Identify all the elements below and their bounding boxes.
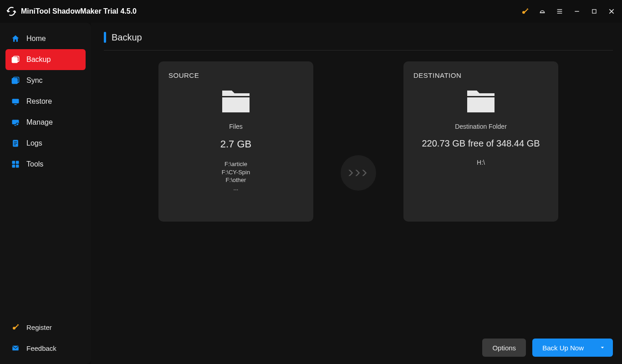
source-subtitle: Files (229, 123, 243, 130)
svg-rect-27 (12, 165, 15, 168)
svg-rect-34 (467, 97, 495, 112)
svg-rect-8 (592, 10, 596, 13)
svg-rect-25 (12, 161, 15, 164)
arrow-between-icon (341, 155, 376, 191)
title-left: MiniTool ShadowMaker Trial 4.5.0 (6, 6, 137, 16)
svg-rect-26 (16, 161, 19, 164)
source-path-line: ... (222, 184, 250, 192)
main-panel: Backup SOURCE Files 2.7 GB F:\article F:… (91, 23, 622, 364)
tools-icon (11, 160, 20, 169)
sidebar-item-manage[interactable]: Manage (5, 112, 86, 133)
titlebar: MiniTool ShadowMaker Trial 4.5.0 (0, 0, 622, 23)
sidebar-item-restore[interactable]: Restore (5, 91, 86, 112)
app-title: MiniTool ShadowMaker Trial 4.5.0 (21, 7, 137, 15)
menu-icon[interactable] (556, 7, 564, 15)
close-icon[interactable] (607, 7, 616, 15)
sidebar-item-label: Logs (26, 139, 42, 147)
sidebar-bottom-label: Feedback (26, 344, 56, 352)
svg-rect-30 (15, 325, 18, 328)
source-paths: F:\article F:\CY-Spin F:\other ... (222, 160, 250, 192)
destination-drive: H:\ (477, 159, 485, 166)
sidebar-item-home[interactable]: Home (5, 28, 86, 49)
register-key-icon (11, 323, 20, 332)
sync-icon (11, 76, 20, 85)
svg-point-0 (522, 11, 525, 14)
sidebar-item-logs[interactable]: Logs (5, 133, 86, 154)
sidebar-item-label: Sync (26, 76, 43, 85)
sidebar-bottom-label: Register (26, 324, 52, 331)
sidebar-item-tools[interactable]: Tools (5, 154, 86, 175)
sidebar-bottom-register[interactable]: Register (5, 318, 86, 337)
svg-rect-1 (525, 9, 528, 12)
key-icon[interactable] (521, 7, 529, 15)
logs-icon (11, 139, 20, 148)
sidebar-item-label: Backup (26, 56, 51, 64)
options-button[interactable]: Options (482, 339, 526, 357)
title-right (521, 7, 616, 15)
back-up-now-button[interactable]: Back Up Now (532, 339, 613, 357)
source-path-line: F:\article (222, 160, 250, 168)
sidebar-item-backup[interactable]: Backup (5, 49, 86, 70)
options-button-label: Options (492, 344, 516, 352)
sidebar: Home Backup Sync Restore (0, 23, 91, 364)
sidebar-item-label: Tools (26, 160, 43, 168)
sidebar-item-label: Home (26, 35, 46, 43)
source-size: 2.7 GB (220, 138, 251, 150)
sidebar-item-sync[interactable]: Sync (5, 70, 86, 91)
source-header: SOURCE (168, 71, 199, 79)
accent-bar (104, 32, 106, 43)
source-path-line: F:\other (222, 176, 250, 184)
destination-card[interactable]: DESTINATION Destination Folder 220.73 GB… (403, 61, 558, 222)
notification-icon[interactable] (538, 7, 546, 15)
destination-subtitle: Destination Folder (455, 123, 507, 130)
sidebar-bottom-feedback[interactable]: Feedback (5, 339, 86, 358)
app-logo-icon (6, 6, 16, 16)
manage-icon (11, 118, 20, 127)
home-icon (11, 34, 20, 43)
svg-point-20 (16, 123, 18, 125)
backup-icon (11, 55, 20, 64)
folder-icon (464, 86, 497, 114)
svg-rect-33 (222, 97, 250, 112)
sidebar-item-label: Manage (26, 118, 53, 126)
sidebar-item-label: Restore (26, 97, 52, 106)
restore-icon (11, 97, 20, 106)
svg-rect-28 (16, 165, 19, 168)
svg-rect-32 (12, 346, 19, 351)
minimize-icon[interactable] (573, 7, 581, 15)
maximize-icon[interactable] (590, 7, 598, 15)
page-header: Backup (104, 32, 613, 51)
back-up-now-label: Back Up Now (542, 344, 584, 352)
page-title: Backup (112, 32, 142, 43)
svg-rect-16 (15, 104, 17, 105)
destination-free: 220.73 GB free of 348.44 GB (422, 138, 540, 149)
cards-row: SOURCE Files 2.7 GB F:\article F:\CY-Spi… (104, 51, 613, 222)
caret-down-icon (600, 345, 605, 350)
source-path-line: F:\CY-Spin (222, 168, 250, 177)
folder-icon (219, 86, 252, 114)
footer: Options Back Up Now (104, 339, 613, 357)
source-card[interactable]: SOURCE Files 2.7 GB F:\article F:\CY-Spi… (158, 61, 313, 222)
svg-rect-15 (12, 99, 19, 103)
feedback-mail-icon (11, 344, 20, 353)
destination-header: DESTINATION (413, 71, 461, 79)
